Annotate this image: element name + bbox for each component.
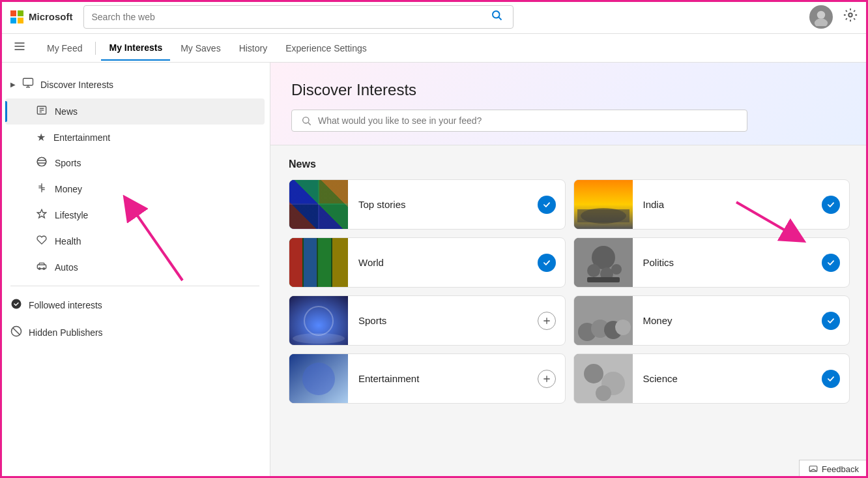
interest-card-top-stories[interactable]: Top stories — [289, 179, 566, 230]
sidebar-item-money-label: Money — [55, 184, 82, 194]
discover-interests-icon — [22, 77, 34, 92]
settings-gear-icon[interactable] — [843, 8, 858, 25]
search-input[interactable] — [92, 12, 488, 22]
svg-line-28 — [308, 123, 311, 125]
nav-tabs: My Feed My Interests My Saves History Ex… — [0, 34, 868, 63]
microsoft-logo[interactable]: Microsoft — [10, 10, 73, 23]
sidebar-followed-interests[interactable]: Followed interests — [0, 291, 270, 319]
sidebar-item-entertainment-label: Entertainment — [53, 132, 110, 143]
politics-label: Politics — [633, 257, 822, 268]
interests-search-icon — [301, 115, 311, 126]
svg-point-4 — [848, 13, 852, 17]
sidebar-item-sports-label: Sports — [55, 158, 81, 168]
discover-interests-label: Discover Interests — [40, 80, 113, 90]
svg-point-59 — [615, 320, 631, 335]
sports-thumb — [289, 296, 348, 345]
india-check[interactable] — [822, 196, 840, 214]
money-thumb — [574, 296, 633, 345]
svg-point-27 — [303, 117, 309, 123]
header-right — [809, 5, 858, 29]
news-section-title: News — [289, 158, 850, 170]
world-label: World — [348, 257, 538, 268]
hidden-publishers-label: Hidden Publishers — [29, 327, 103, 338]
svg-point-3 — [815, 18, 828, 26]
interest-card-india[interactable]: India — [573, 179, 850, 230]
politics-check[interactable] — [822, 254, 840, 272]
svg-rect-49 — [587, 277, 620, 282]
svg-point-48 — [611, 264, 622, 275]
health-icon — [36, 235, 47, 248]
discover-header: Discover Interests — [270, 63, 868, 145]
sidebar-item-health[interactable]: Health — [5, 228, 265, 254]
svg-line-1 — [499, 17, 501, 20]
content-area: Discover Interests News — [270, 63, 868, 478]
sidebar-item-lifestyle[interactable]: Lifestyle — [5, 202, 265, 228]
chevron-right-icon: ▶ — [10, 81, 16, 88]
interest-card-world[interactable]: World — [289, 237, 566, 288]
interest-card-bottom-right[interactable]: Science — [573, 353, 850, 404]
svg-marker-20 — [37, 209, 46, 218]
sidebar-item-money[interactable]: Money — [5, 176, 265, 202]
feedback-icon — [809, 465, 818, 474]
money-check[interactable] — [822, 312, 840, 330]
sidebar-item-autos[interactable]: Autos — [5, 254, 265, 280]
avatar[interactable] — [809, 5, 833, 29]
sidebar-item-sports[interactable]: Sports — [5, 150, 265, 176]
tab-my-saves[interactable]: My Saves — [173, 37, 228, 60]
sidebar-item-entertainment[interactable]: ★ Entertainment — [5, 125, 265, 150]
lifestyle-icon — [36, 209, 47, 222]
sports-add[interactable] — [538, 312, 556, 330]
top-stories-check[interactable] — [538, 196, 556, 214]
tab-experience-settings[interactable]: Experience Settings — [278, 37, 375, 60]
svg-rect-29 — [289, 180, 348, 229]
sidebar-hidden-publishers[interactable]: Hidden Publishers — [0, 319, 270, 346]
discover-interests-header[interactable]: ▶ Discover Interests — [0, 70, 270, 98]
svg-rect-40 — [289, 238, 302, 287]
interest-card-bottom-left[interactable]: Entertainment — [289, 353, 566, 404]
interest-card-politics[interactable]: Politics — [573, 237, 850, 288]
bottom-left-thumb — [289, 354, 348, 403]
feedback-label: Feedback — [822, 464, 859, 474]
discover-interests-section: ▶ Discover Interests — [0, 70, 270, 280]
india-label: India — [633, 199, 822, 210]
tab-history[interactable]: History — [231, 37, 276, 60]
world-check[interactable] — [538, 254, 556, 272]
autos-icon — [36, 261, 47, 274]
nav-divider — [95, 42, 96, 55]
interests-grid: Top stories — [289, 179, 850, 404]
header: Microsoft — [0, 0, 868, 34]
news-icon — [36, 105, 47, 118]
sidebar-item-news[interactable]: News — [5, 98, 265, 125]
search-button[interactable] — [488, 8, 505, 25]
svg-point-61 — [302, 363, 335, 395]
india-thumb — [574, 180, 633, 229]
bottom-left-add[interactable] — [538, 370, 556, 388]
followed-interests-label: Followed interests — [29, 300, 102, 310]
sidebar-item-health-label: Health — [55, 236, 81, 246]
sports-icon — [36, 157, 47, 170]
logo-text: Microsoft — [29, 11, 73, 22]
interest-card-money[interactable]: Money — [573, 295, 850, 346]
bottom-right-label: Science — [633, 373, 822, 384]
interests-search-bar — [291, 110, 747, 132]
svg-rect-33 — [319, 205, 348, 228]
tab-my-interests[interactable]: My Interests — [101, 36, 170, 61]
hamburger-menu-button[interactable] — [10, 37, 29, 59]
sidebar-divider-1 — [10, 286, 259, 286]
svg-rect-30 — [289, 180, 318, 203]
followed-interests-icon — [10, 298, 22, 312]
sidebar-item-lifestyle-label: Lifestyle — [55, 210, 88, 220]
tab-my-feed[interactable]: My Feed — [39, 37, 90, 60]
svg-point-65 — [584, 364, 603, 383]
world-thumb — [289, 238, 348, 287]
svg-rect-31 — [319, 180, 348, 203]
svg-point-67 — [596, 385, 611, 401]
bottom-right-check[interactable] — [822, 370, 840, 388]
sidebar-item-autos-label: Autos — [55, 262, 78, 273]
svg-line-26 — [13, 328, 20, 335]
money-interest-label: Money — [633, 315, 822, 326]
interest-card-sports[interactable]: Sports — [289, 295, 566, 346]
top-stories-label: Top stories — [348, 199, 538, 210]
interests-search-input[interactable] — [318, 115, 738, 126]
feedback-button[interactable]: Feedback — [799, 460, 868, 478]
